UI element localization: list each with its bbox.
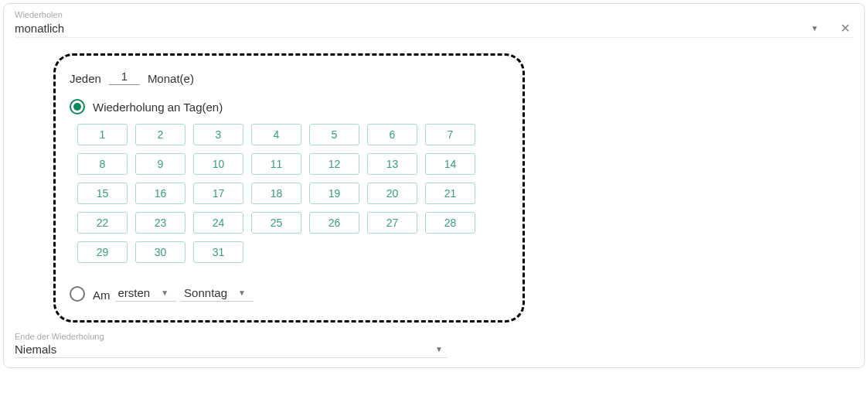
repeat-value: monatlich xyxy=(15,22,806,35)
radio-selected-icon[interactable] xyxy=(70,99,85,114)
day-cell-20[interactable]: 20 xyxy=(367,183,417,204)
ordinal-select[interactable]: ersten ▼ xyxy=(115,286,177,302)
recurrence-config-box: Jeden Monat(e) Wiederholung an Tag(en) 1… xyxy=(53,53,525,323)
day-cell-1[interactable]: 1 xyxy=(77,124,128,145)
day-cell-29[interactable]: 29 xyxy=(77,241,128,263)
day-cell-24[interactable]: 24 xyxy=(193,212,243,234)
ordinal-value: ersten xyxy=(118,286,151,299)
day-cell-2[interactable]: 2 xyxy=(135,124,186,145)
end-label: Ende der Wiederholung xyxy=(15,332,448,341)
chevron-down-icon: ▼ xyxy=(233,288,250,297)
day-cell-16[interactable]: 16 xyxy=(135,183,186,204)
day-cell-22[interactable]: 22 xyxy=(77,212,128,234)
end-select[interactable]: Niemals ▼ xyxy=(15,343,448,358)
repeat-label: Wiederholen xyxy=(15,10,853,19)
on-the-prefix: Am xyxy=(93,288,111,302)
day-cell-9[interactable]: 9 xyxy=(135,153,186,175)
day-cell-19[interactable]: 19 xyxy=(309,183,359,204)
day-cell-28[interactable]: 28 xyxy=(425,212,475,234)
interval-row: Jeden Monat(e) xyxy=(70,70,509,85)
on-the-option[interactable]: Am ersten ▼ Sonntag ▼ xyxy=(70,286,509,302)
interval-prefix: Jeden xyxy=(70,72,101,85)
day-cell-26[interactable]: 26 xyxy=(309,212,359,234)
recurrence-panel: Wiederholen monatlich ▼ ✕ Jeden Monat(e)… xyxy=(3,3,865,368)
day-cell-5[interactable]: 5 xyxy=(309,124,359,145)
close-icon[interactable]: ✕ xyxy=(823,21,853,36)
radio-unselected-icon[interactable] xyxy=(70,286,85,302)
day-cell-30[interactable]: 30 xyxy=(135,241,186,263)
day-cell-31[interactable]: 31 xyxy=(193,241,243,263)
day-grid: 1234567891011121314151617181920212223242… xyxy=(77,124,509,263)
day-cell-23[interactable]: 23 xyxy=(135,212,186,234)
day-cell-13[interactable]: 13 xyxy=(367,153,417,175)
day-cell-6[interactable]: 6 xyxy=(367,124,417,145)
day-cell-3[interactable]: 3 xyxy=(193,124,243,145)
weekday-select[interactable]: Sonntag ▼ xyxy=(181,286,254,302)
chevron-down-icon: ▼ xyxy=(156,288,173,297)
day-cell-14[interactable]: 14 xyxy=(425,153,475,175)
end-value: Niemals xyxy=(15,343,431,356)
day-cell-7[interactable]: 7 xyxy=(425,124,475,145)
day-cell-4[interactable]: 4 xyxy=(251,124,301,145)
day-cell-18[interactable]: 18 xyxy=(251,183,301,204)
day-cell-10[interactable]: 10 xyxy=(193,153,243,175)
interval-suffix: Monat(e) xyxy=(148,72,194,85)
day-cell-15[interactable]: 15 xyxy=(77,183,128,204)
interval-input[interactable] xyxy=(109,70,140,85)
end-section: Ende der Wiederholung Niemals ▼ xyxy=(15,332,448,358)
day-cell-17[interactable]: 17 xyxy=(193,183,243,204)
chevron-down-icon[interactable]: ▼ xyxy=(431,345,448,353)
day-cell-25[interactable]: 25 xyxy=(251,212,301,234)
chevron-down-icon[interactable]: ▼ xyxy=(806,24,823,32)
repeat-on-days-option[interactable]: Wiederholung an Tag(en) xyxy=(70,99,509,114)
day-cell-8[interactable]: 8 xyxy=(77,153,128,175)
day-cell-27[interactable]: 27 xyxy=(367,212,417,234)
day-cell-11[interactable]: 11 xyxy=(251,153,301,175)
day-cell-12[interactable]: 12 xyxy=(309,153,359,175)
repeat-select[interactable]: monatlich ▼ ✕ xyxy=(15,21,853,38)
repeat-on-days-label: Wiederholung an Tag(en) xyxy=(93,101,223,114)
day-cell-21[interactable]: 21 xyxy=(425,183,475,204)
weekday-value: Sonntag xyxy=(184,286,227,299)
